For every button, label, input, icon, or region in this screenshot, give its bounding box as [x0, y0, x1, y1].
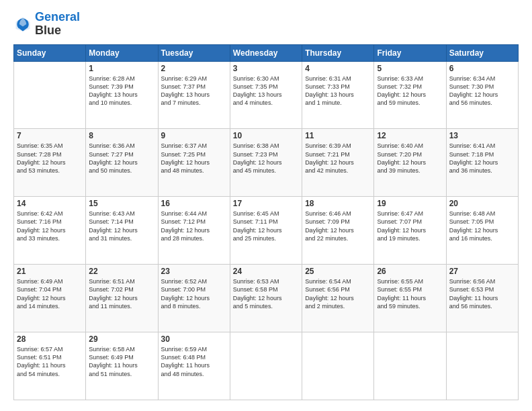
day-number: 6 [449, 64, 515, 73]
cell-text: Sunrise: 6:31 AM Sunset: 7:33 PM Dayligh… [305, 75, 371, 107]
calendar-cell: 1Sunrise: 6:28 AM Sunset: 7:39 PM Daylig… [86, 61, 158, 129]
cell-text: Sunrise: 6:47 AM Sunset: 7:07 PM Dayligh… [377, 210, 443, 242]
calendar-cell: 4Sunrise: 6:31 AM Sunset: 7:33 PM Daylig… [302, 61, 374, 129]
day-number: 2 [161, 64, 227, 73]
cell-text: Sunrise: 6:40 AM Sunset: 7:20 PM Dayligh… [377, 142, 443, 175]
day-number: 28 [17, 334, 83, 344]
cell-text: Sunrise: 6:37 AM Sunset: 7:25 PM Dayligh… [161, 142, 227, 175]
calendar-week-row: 21Sunrise: 6:49 AM Sunset: 7:04 PM Dayli… [14, 265, 519, 332]
cell-text: Sunrise: 6:59 AM Sunset: 6:48 PM Dayligh… [161, 345, 227, 378]
cell-text: Sunrise: 6:46 AM Sunset: 7:09 PM Dayligh… [305, 210, 371, 242]
cell-text: Sunrise: 6:29 AM Sunset: 7:37 PM Dayligh… [161, 75, 227, 107]
day-number: 3 [233, 64, 299, 73]
cell-text: Sunrise: 6:38 AM Sunset: 7:23 PM Dayligh… [233, 142, 299, 175]
cell-text: Sunrise: 6:57 AM Sunset: 6:51 PM Dayligh… [17, 345, 83, 378]
cell-text: Sunrise: 6:36 AM Sunset: 7:27 PM Dayligh… [89, 142, 154, 175]
cell-text: Sunrise: 6:33 AM Sunset: 7:32 PM Dayligh… [377, 75, 443, 107]
day-number: 24 [233, 267, 299, 276]
day-number: 15 [89, 199, 154, 208]
day-number: 23 [161, 267, 227, 276]
cell-text: Sunrise: 6:56 AM Sunset: 6:53 PM Dayligh… [449, 277, 515, 310]
logo-text: General Blue [35, 11, 80, 38]
calendar-cell: 2Sunrise: 6:29 AM Sunset: 7:37 PM Daylig… [158, 61, 230, 129]
calendar-cell: 16Sunrise: 6:44 AM Sunset: 7:12 PM Dayli… [158, 197, 230, 265]
col-header-tuesday: Tuesday [158, 44, 230, 61]
cell-text: Sunrise: 6:53 AM Sunset: 6:58 PM Dayligh… [233, 277, 299, 310]
calendar-cell: 27Sunrise: 6:56 AM Sunset: 6:53 PM Dayli… [446, 265, 518, 332]
calendar-cell: 5Sunrise: 6:33 AM Sunset: 7:32 PM Daylig… [374, 61, 446, 129]
day-number: 21 [17, 267, 83, 276]
calendar-cell: 15Sunrise: 6:43 AM Sunset: 7:14 PM Dayli… [86, 197, 158, 265]
day-number: 10 [233, 131, 299, 140]
cell-text: Sunrise: 6:44 AM Sunset: 7:12 PM Dayligh… [161, 210, 227, 242]
day-number: 29 [89, 334, 154, 344]
calendar-cell: 11Sunrise: 6:39 AM Sunset: 7:21 PM Dayli… [302, 129, 374, 197]
cell-text: Sunrise: 6:28 AM Sunset: 7:39 PM Dayligh… [89, 75, 154, 107]
day-number: 1 [89, 64, 154, 73]
day-number: 9 [161, 131, 227, 140]
calendar-cell: 21Sunrise: 6:49 AM Sunset: 7:04 PM Dayli… [14, 265, 86, 332]
cell-text: Sunrise: 6:58 AM Sunset: 6:49 PM Dayligh… [89, 345, 154, 378]
calendar-cell [14, 61, 86, 129]
calendar-cell: 20Sunrise: 6:48 AM Sunset: 7:05 PM Dayli… [446, 197, 518, 265]
calendar-week-row: 1Sunrise: 6:28 AM Sunset: 7:39 PM Daylig… [14, 61, 519, 129]
calendar-week-row: 14Sunrise: 6:42 AM Sunset: 7:16 PM Dayli… [14, 197, 519, 265]
day-number: 17 [233, 199, 299, 208]
day-number: 14 [17, 199, 83, 208]
calendar-cell: 12Sunrise: 6:40 AM Sunset: 7:20 PM Dayli… [374, 129, 446, 197]
cell-text: Sunrise: 6:48 AM Sunset: 7:05 PM Dayligh… [449, 210, 515, 242]
cell-text: Sunrise: 6:54 AM Sunset: 6:56 PM Dayligh… [305, 277, 371, 310]
col-header-friday: Friday [374, 44, 446, 61]
day-number: 18 [305, 199, 371, 208]
calendar-cell: 25Sunrise: 6:54 AM Sunset: 6:56 PM Dayli… [302, 265, 374, 332]
cell-text: Sunrise: 6:43 AM Sunset: 7:14 PM Dayligh… [89, 210, 154, 242]
logo-icon [13, 15, 32, 34]
calendar-cell: 22Sunrise: 6:51 AM Sunset: 7:02 PM Dayli… [86, 265, 158, 332]
calendar-cell: 3Sunrise: 6:30 AM Sunset: 7:35 PM Daylig… [230, 61, 302, 129]
calendar-cell: 7Sunrise: 6:35 AM Sunset: 7:28 PM Daylig… [14, 129, 86, 197]
calendar-table: SundayMondayTuesdayWednesdayThursdayFrid… [13, 44, 519, 400]
day-number: 11 [305, 131, 371, 140]
calendar-cell: 26Sunrise: 6:55 AM Sunset: 6:55 PM Dayli… [374, 265, 446, 332]
calendar-cell: 24Sunrise: 6:53 AM Sunset: 6:58 PM Dayli… [230, 265, 302, 332]
calendar-cell: 28Sunrise: 6:57 AM Sunset: 6:51 PM Dayli… [14, 332, 86, 400]
calendar-cell: 17Sunrise: 6:45 AM Sunset: 7:11 PM Dayli… [230, 197, 302, 265]
day-number: 7 [17, 131, 83, 140]
day-number: 25 [305, 267, 371, 276]
calendar-cell: 19Sunrise: 6:47 AM Sunset: 7:07 PM Dayli… [374, 197, 446, 265]
calendar-cell: 10Sunrise: 6:38 AM Sunset: 7:23 PM Dayli… [230, 129, 302, 197]
calendar-cell: 23Sunrise: 6:52 AM Sunset: 7:00 PM Dayli… [158, 265, 230, 332]
calendar-week-row: 28Sunrise: 6:57 AM Sunset: 6:51 PM Dayli… [14, 332, 519, 400]
calendar-cell: 18Sunrise: 6:46 AM Sunset: 7:09 PM Dayli… [302, 197, 374, 265]
day-number: 4 [305, 64, 371, 73]
col-header-wednesday: Wednesday [230, 44, 302, 61]
day-number: 16 [161, 199, 227, 208]
calendar-header-row: SundayMondayTuesdayWednesdayThursdayFrid… [14, 44, 519, 61]
day-number: 13 [449, 131, 515, 140]
day-number: 26 [377, 267, 443, 276]
calendar-cell: 9Sunrise: 6:37 AM Sunset: 7:25 PM Daylig… [158, 129, 230, 197]
cell-text: Sunrise: 6:41 AM Sunset: 7:18 PM Dayligh… [449, 142, 515, 175]
calendar-cell [230, 332, 302, 400]
calendar-cell [302, 332, 374, 400]
header: General Blue [13, 11, 519, 38]
day-number: 22 [89, 267, 154, 276]
cell-text: Sunrise: 6:30 AM Sunset: 7:35 PM Dayligh… [233, 75, 299, 107]
page: General Blue SundayMondayTuesdayWednesda… [0, 0, 532, 411]
cell-text: Sunrise: 6:39 AM Sunset: 7:21 PM Dayligh… [305, 142, 371, 175]
col-header-saturday: Saturday [446, 44, 518, 61]
col-header-sunday: Sunday [14, 44, 86, 61]
calendar-cell [446, 332, 518, 400]
day-number: 19 [377, 199, 443, 208]
calendar-cell: 8Sunrise: 6:36 AM Sunset: 7:27 PM Daylig… [86, 129, 158, 197]
day-number: 8 [89, 131, 154, 140]
calendar-cell: 13Sunrise: 6:41 AM Sunset: 7:18 PM Dayli… [446, 129, 518, 197]
day-number: 27 [449, 267, 515, 276]
cell-text: Sunrise: 6:34 AM Sunset: 7:30 PM Dayligh… [449, 75, 515, 107]
logo: General Blue [13, 11, 80, 38]
calendar-week-row: 7Sunrise: 6:35 AM Sunset: 7:28 PM Daylig… [14, 129, 519, 197]
col-header-monday: Monday [86, 44, 158, 61]
col-header-thursday: Thursday [302, 44, 374, 61]
day-number: 20 [449, 199, 515, 208]
cell-text: Sunrise: 6:52 AM Sunset: 7:00 PM Dayligh… [161, 277, 227, 310]
